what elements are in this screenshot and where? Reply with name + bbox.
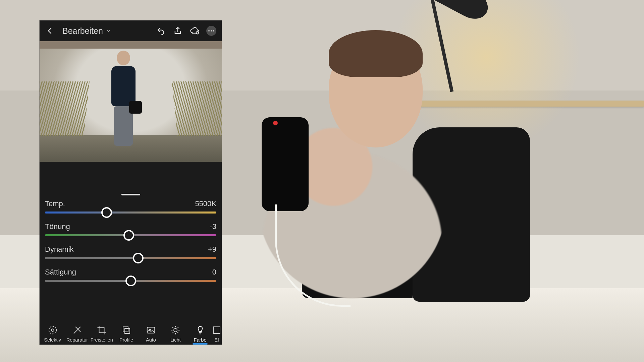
svg-rect-8 — [213, 327, 220, 334]
tool-auto[interactable]: Auto — [139, 325, 163, 343]
tool-label: Freistellen — [91, 337, 113, 343]
slider-track-saturation[interactable] — [45, 280, 216, 282]
slider-label: Temp. — [45, 199, 65, 208]
slider-label: Dynamik — [45, 245, 74, 254]
preview-subject — [109, 51, 138, 151]
tool-label: Ef — [214, 337, 219, 343]
photo-editor-app: Bearbeiten Temp. 5500K — [40, 20, 222, 345]
selective-icon — [48, 325, 58, 335]
slider-thumb[interactable] — [123, 230, 134, 241]
tool-farbe[interactable]: Farbe — [188, 325, 212, 343]
tool-label: Licht — [170, 337, 181, 343]
tool-label: Auto — [146, 337, 156, 343]
back-button[interactable] — [43, 24, 57, 38]
panel-drag-handle[interactable] — [121, 194, 140, 195]
share-button[interactable] — [171, 24, 185, 38]
panel-drag-zone[interactable] — [40, 162, 222, 199]
slider-thumb[interactable] — [101, 207, 112, 218]
slider-value[interactable]: 5500K — [195, 199, 216, 208]
slider-thumb[interactable] — [125, 276, 136, 286]
tool-profile[interactable]: Profile — [114, 325, 139, 343]
slider-temperature: Temp. 5500K — [45, 199, 216, 214]
more-icon — [206, 26, 216, 36]
tool-reparatur[interactable]: Reparatur — [65, 325, 89, 343]
svg-point-7 — [174, 328, 177, 332]
phone-in-hand — [262, 117, 309, 211]
color-icon — [195, 325, 205, 335]
preview-reeds-left — [40, 81, 90, 138]
slider-track-tint[interactable] — [45, 234, 216, 236]
cloud-sync-button[interactable] — [187, 24, 202, 38]
undo-button[interactable] — [154, 24, 168, 38]
crop-icon — [97, 325, 107, 335]
tool-licht[interactable]: Licht — [163, 325, 188, 343]
svg-rect-3 — [123, 327, 128, 332]
svg-point-1 — [49, 326, 56, 334]
slider-value[interactable]: +9 — [208, 245, 216, 254]
heal-icon — [72, 325, 82, 335]
more-button[interactable] — [204, 24, 218, 38]
auto-icon — [146, 325, 156, 335]
light-icon — [170, 325, 180, 335]
mode-label: Bearbeiten — [62, 26, 103, 36]
svg-point-2 — [51, 329, 54, 331]
tool-label: Reparatur — [66, 337, 88, 343]
profiles-icon — [121, 325, 131, 335]
effects-icon — [212, 325, 221, 335]
shelf — [406, 101, 644, 107]
svg-rect-4 — [125, 328, 130, 334]
slider-value[interactable]: -3 — [210, 222, 216, 231]
slider-track-temperature[interactable] — [45, 212, 216, 214]
tool-effekte[interactable]: Ef — [212, 325, 221, 343]
preview-reeds-right — [172, 81, 222, 138]
slider-label: Tönung — [45, 222, 70, 231]
lamp-arm — [429, 0, 453, 92]
chevron-down-icon — [106, 28, 111, 34]
slider-tint: Tönung -3 — [45, 222, 216, 236]
top-bar: Bearbeiten — [40, 20, 222, 41]
slider-thumb[interactable] — [133, 253, 144, 263]
slider-saturation: Sättigung 0 — [45, 268, 216, 282]
tool-label: Selektiv — [44, 337, 61, 343]
slider-track-vibrance[interactable] — [45, 257, 216, 259]
image-preview[interactable] — [40, 41, 222, 162]
tool-freistellen[interactable]: Freistellen — [90, 325, 114, 343]
slider-value[interactable]: 0 — [212, 268, 216, 277]
tool-label: Profile — [119, 337, 133, 343]
slider-label: Sättigung — [45, 268, 76, 277]
tool-label: Farbe — [194, 337, 207, 343]
lamp-head — [433, 0, 493, 24]
tool-strip[interactable]: Selektiv Reparatur Freistellen Profile A… — [40, 323, 222, 345]
color-sliders-panel: Temp. 5500K Tönung -3 Dynamik +9 — [40, 199, 222, 282]
slider-vibrance: Dynamik +9 — [45, 245, 216, 259]
mode-dropdown[interactable]: Bearbeiten — [62, 26, 111, 36]
person-hair — [329, 30, 423, 77]
tool-selektiv[interactable]: Selektiv — [40, 325, 65, 343]
